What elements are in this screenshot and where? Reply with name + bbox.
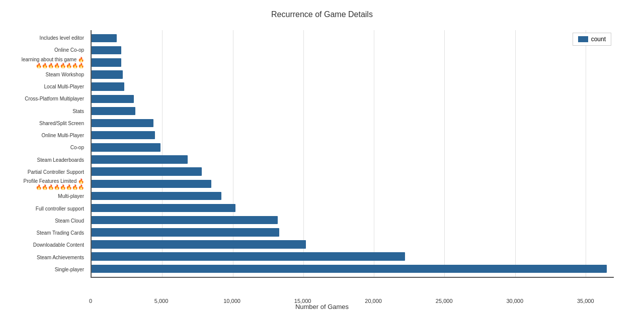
bar [92, 216, 278, 224]
bar-row [92, 263, 614, 274]
y-label: Shared/Split Screen [0, 118, 88, 130]
bar [92, 265, 607, 273]
y-label: Steam Cloud [0, 215, 88, 227]
y-label: Full controller support [0, 203, 88, 215]
y-label: Steam Workshop [0, 69, 88, 81]
bar-row [92, 45, 614, 56]
bar [92, 240, 306, 248]
legend: count [573, 33, 611, 46]
bar [92, 58, 121, 66]
bar [92, 155, 188, 163]
bar [92, 82, 124, 90]
bar [92, 228, 279, 236]
bar-row [92, 32, 614, 44]
y-label: Single-player [0, 264, 88, 276]
y-label: Includes level editor [0, 32, 88, 44]
bar-row [92, 57, 614, 68]
bars-container [92, 30, 614, 277]
y-label: Stats [0, 106, 88, 118]
y-label: Downloadable Content [0, 240, 88, 252]
bar [92, 252, 405, 260]
y-label: Steam Achievements [0, 252, 88, 264]
bar-row [92, 81, 614, 92]
bar [92, 34, 117, 42]
bar-row [92, 129, 614, 141]
bar [92, 167, 202, 175]
y-label: Online Multi-Player [0, 130, 88, 142]
bar [92, 180, 211, 188]
y-label: Online Co-op [0, 45, 88, 57]
y-axis-labels: Includes level editorOnline Co-oplearnin… [0, 30, 88, 278]
bar [92, 70, 123, 78]
bar-row [92, 214, 614, 226]
bar [92, 204, 235, 212]
bar-row [92, 239, 614, 250]
y-label: Local Multi-Player [0, 81, 88, 93]
y-label: Partial Controller Support [0, 166, 88, 178]
y-label: Steam Trading Cards [0, 227, 88, 239]
bar-row [92, 154, 614, 165]
bar [92, 143, 160, 151]
legend-label: count [591, 36, 606, 43]
bar [92, 192, 221, 200]
bar-row [92, 142, 614, 153]
bar-row [92, 251, 614, 262]
bar-row [92, 190, 614, 201]
bar [92, 107, 135, 115]
bar-row [92, 166, 614, 177]
bar [92, 119, 153, 127]
y-label: Steam Leaderboards [0, 154, 88, 166]
y-label: learning about this game 🔥🔥🔥🔥🔥🔥🔥🔥🔥 [0, 57, 88, 69]
chart-area [91, 30, 614, 278]
bar-row [92, 178, 614, 189]
bar-row [92, 202, 614, 214]
y-label: Co-op [0, 142, 88, 154]
chart-container: Recurrence of Game Details Includes leve… [0, 0, 644, 313]
bar-row [92, 93, 614, 105]
bar-row [92, 69, 614, 80]
bar-row [92, 227, 614, 238]
y-label: Profile Features Limited 🔥🔥🔥🔥🔥🔥🔥🔥🔥 [0, 178, 88, 190]
bar-row [92, 117, 614, 129]
y-label: Multi-player [0, 191, 88, 203]
x-axis-title: Number of Games [0, 303, 644, 310]
bar [92, 95, 134, 103]
legend-color-swatch [578, 36, 588, 42]
y-label: Cross-Platform Multiplayer [0, 93, 88, 106]
bar [92, 46, 121, 54]
chart-title: Recurrence of Game Details [0, 10, 644, 19]
bar-row [92, 105, 614, 117]
bar [92, 131, 155, 139]
